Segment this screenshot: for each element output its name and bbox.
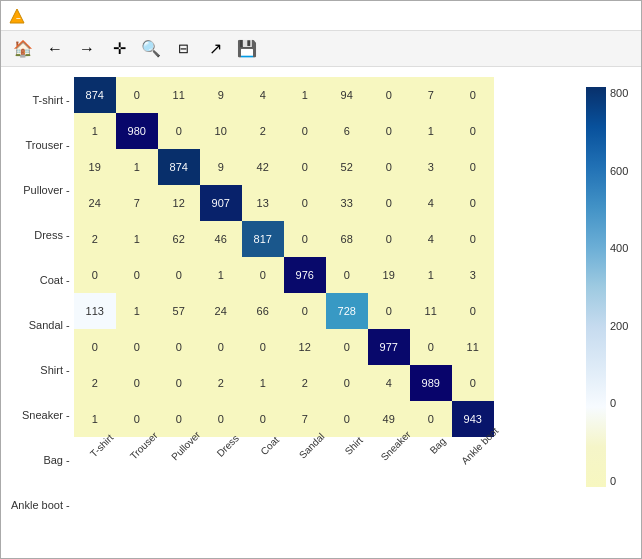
matrix-cell: 0 <box>452 293 494 329</box>
matrix-cell: 12 <box>158 185 200 221</box>
matrix-cell: 24 <box>200 293 242 329</box>
matrix-cell: 4 <box>410 221 452 257</box>
close-button[interactable] <box>613 6 633 26</box>
matrix-cell: 0 <box>158 329 200 365</box>
colorbar-ticks: 80060040020000 <box>606 87 628 487</box>
main-window: ~ 🏠 ← → ✛ 🔍 ⊟ ↗ 💾 T-shirt -Trouser -Pull… <box>0 0 642 559</box>
save-button[interactable]: 💾 <box>233 35 261 63</box>
matrix-cell: 10 <box>200 113 242 149</box>
matrix-cell: 2 <box>74 365 116 401</box>
matrix-cell: 7 <box>410 77 452 113</box>
matrix-and-x: 8740119419407019800102060101918749420520… <box>74 77 494 558</box>
matrix-cell: 0 <box>242 257 284 293</box>
matrix-cell: 0 <box>368 293 410 329</box>
matrix-cell: 6 <box>326 113 368 149</box>
y-label: Ankle boot - <box>11 487 70 523</box>
app-icon: ~ <box>9 8 25 24</box>
matrix-cell: 0 <box>284 113 326 149</box>
matrix-cell: 0 <box>326 365 368 401</box>
matrix-cell: 2 <box>200 365 242 401</box>
matrix-cell: 1 <box>242 365 284 401</box>
matrix-cell: 9 <box>200 77 242 113</box>
matrix-cell: 0 <box>368 149 410 185</box>
matrix-cell: 62 <box>158 221 200 257</box>
matrix-cell: 977 <box>368 329 410 365</box>
matrix-cell: 52 <box>326 149 368 185</box>
matrix-cell: 11 <box>410 293 452 329</box>
y-label: Shirt - <box>11 352 70 388</box>
toolbar: 🏠 ← → ✛ 🔍 ⊟ ↗ 💾 <box>1 31 641 67</box>
matrix-with-labels: T-shirt -Trouser -Pullover -Dress -Coat … <box>11 77 571 558</box>
matrix-cell: 0 <box>116 329 158 365</box>
title-bar: ~ <box>1 1 641 31</box>
y-label: T-shirt - <box>11 82 70 118</box>
trend-button[interactable]: ↗ <box>201 35 229 63</box>
matrix-cell: 9 <box>200 149 242 185</box>
y-label: Dress - <box>11 217 70 253</box>
matrix-cell: 24 <box>74 185 116 221</box>
y-label: Bag - <box>11 442 70 478</box>
chart-area: T-shirt -Trouser -Pullover -Dress -Coat … <box>1 77 581 558</box>
matrix-cell: 3 <box>410 149 452 185</box>
back-button[interactable]: ← <box>41 35 69 63</box>
matrix-cell: 0 <box>326 329 368 365</box>
colorbar-tick: 600 <box>610 165 628 177</box>
matrix-cell: 0 <box>116 365 158 401</box>
colorbar-tick: 400 <box>610 242 628 254</box>
matrix-container: T-shirt -Trouser -Pullover -Dress -Coat … <box>11 77 571 558</box>
matrix-cell: 0 <box>284 149 326 185</box>
matrix-cell: 0 <box>74 329 116 365</box>
content-area: T-shirt -Trouser -Pullover -Dress -Coat … <box>1 67 641 558</box>
matrix-cell: 19 <box>74 149 116 185</box>
matrix-cell: 57 <box>158 293 200 329</box>
matrix-cell: 4 <box>242 77 284 113</box>
matrix-cell: 0 <box>284 293 326 329</box>
matrix-cell: 1 <box>410 257 452 293</box>
colorbar: 80060040020000 <box>581 77 641 558</box>
confusion-matrix: 8740119419407019800102060101918749420520… <box>74 77 494 437</box>
colorbar-gradient <box>586 87 606 487</box>
matrix-cell: 0 <box>368 113 410 149</box>
matrix-cell: 66 <box>242 293 284 329</box>
matrix-cell: 0 <box>368 185 410 221</box>
matrix-cell: 874 <box>74 77 116 113</box>
matrix-cell: 3 <box>452 257 494 293</box>
matrix-cell: 0 <box>74 257 116 293</box>
matrix-cell: 1 <box>116 293 158 329</box>
matrix-cell: 0 <box>452 113 494 149</box>
home-button[interactable]: 🏠 <box>9 35 37 63</box>
matrix-cell: 980 <box>116 113 158 149</box>
matrix-cell: 12 <box>284 329 326 365</box>
matrix-cell: 13 <box>242 185 284 221</box>
matrix-cell: 19 <box>368 257 410 293</box>
matrix-cell: 0 <box>116 77 158 113</box>
matrix-cell: 0 <box>242 329 284 365</box>
matrix-cell: 0 <box>368 77 410 113</box>
maximize-button[interactable] <box>585 6 605 26</box>
pan-button[interactable]: ✛ <box>105 35 133 63</box>
matrix-cell: 1 <box>116 221 158 257</box>
matrix-cell: 874 <box>158 149 200 185</box>
zoom-button[interactable]: 🔍 <box>137 35 165 63</box>
forward-button[interactable]: → <box>73 35 101 63</box>
matrix-cell: 0 <box>116 257 158 293</box>
matrix-cell: 94 <box>326 77 368 113</box>
matrix-cell: 1 <box>284 77 326 113</box>
matrix-cell: 2 <box>74 221 116 257</box>
matrix-cell: 1 <box>74 113 116 149</box>
matrix-cell: 0 <box>158 257 200 293</box>
svg-text:~: ~ <box>16 14 21 23</box>
matrix-cell: 907 <box>200 185 242 221</box>
matrix-cell: 0 <box>326 257 368 293</box>
matrix-cell: 0 <box>284 185 326 221</box>
settings-button[interactable]: ⊟ <box>169 35 197 63</box>
y-label: Sandal - <box>11 307 70 343</box>
matrix-cell: 2 <box>242 113 284 149</box>
matrix-cell: 1 <box>200 257 242 293</box>
matrix-cell: 0 <box>284 221 326 257</box>
colorbar-tick: 200 <box>610 320 628 332</box>
matrix-cell: 33 <box>326 185 368 221</box>
minimize-button[interactable] <box>557 6 577 26</box>
y-labels: T-shirt -Trouser -Pullover -Dress -Coat … <box>11 77 74 558</box>
title-bar-left: ~ <box>9 8 31 24</box>
